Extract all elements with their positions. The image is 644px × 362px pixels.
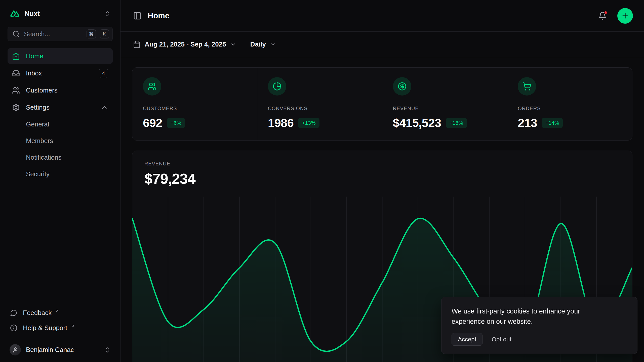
- calendar-icon: [133, 41, 141, 48]
- kbd-k: K: [100, 29, 109, 38]
- stat-label: ORDERS: [518, 106, 622, 111]
- sidebar-item-customers[interactable]: Customers: [8, 82, 113, 98]
- page-title: Home: [148, 11, 592, 20]
- sidebar-subitem-members[interactable]: Members: [8, 133, 113, 148]
- date-range-label: Aug 21, 2025 - Sep 4, 2025: [145, 40, 226, 48]
- chevron-up-icon: [100, 104, 108, 111]
- external-link-icon: [55, 309, 59, 313]
- feedback-link[interactable]: Feedback: [8, 305, 113, 320]
- notifications-button[interactable]: [598, 12, 607, 20]
- users-icon: [143, 77, 161, 96]
- gear-icon: [12, 104, 20, 111]
- help-support-label: Help & Support: [23, 324, 67, 332]
- stat-value: 692: [143, 116, 162, 130]
- add-button[interactable]: [617, 8, 633, 24]
- revenue-chart-value: $79,234: [144, 170, 620, 187]
- stat-revenue[interactable]: REVENUE $415,523 +18%: [382, 68, 507, 140]
- workspace-name: Nuxt: [25, 10, 100, 18]
- feedback-label: Feedback: [23, 309, 52, 317]
- chevron-down-icon: [270, 41, 276, 48]
- stat-value: 1986: [268, 116, 294, 130]
- stat-label: CONVERSIONS: [268, 106, 372, 111]
- stats-cards: CUSTOMERS 692 +6% CONVERSIONS 1986 +13%: [132, 67, 632, 141]
- dollar-circle-icon: [393, 77, 411, 96]
- stat-customers[interactable]: CUSTOMERS 692 +6%: [132, 68, 257, 140]
- panel-left-icon: [133, 12, 142, 20]
- sidebar-subitem-label: Security: [26, 170, 50, 178]
- notification-dot: [604, 11, 608, 15]
- sidebar-nav: Home Inbox 4 Customers Settings General …: [8, 48, 113, 182]
- page-header: Home: [120, 0, 644, 32]
- search-icon: [12, 30, 20, 38]
- user-name: Benjamin Canac: [26, 346, 99, 354]
- sidebar-subitem-security[interactable]: Security: [8, 166, 113, 182]
- accept-cookies-button[interactable]: Accept: [452, 333, 482, 346]
- info-circle-icon: [10, 324, 17, 332]
- sidebar-spacer: [8, 182, 113, 305]
- sidebar-item-inbox[interactable]: Inbox 4: [8, 65, 113, 81]
- cookie-consent-toast: We use first-party cookies to enhance yo…: [441, 297, 637, 354]
- stat-value: 213: [518, 116, 537, 130]
- chevrons-up-down-icon[interactable]: [104, 11, 111, 17]
- stat-value: $415,523: [393, 116, 441, 130]
- home-icon: [12, 52, 20, 60]
- cookie-message: We use first-party cookies to enhance yo…: [452, 306, 613, 327]
- stat-delta-badge: +13%: [298, 118, 319, 128]
- sidebar-item-label: Home: [26, 52, 43, 60]
- revenue-chart-label: REVENUE: [144, 161, 620, 167]
- kbd-cmd: ⌘: [87, 29, 96, 38]
- sidebar-subitem-general[interactable]: General: [8, 117, 113, 132]
- search-input[interactable]: [24, 30, 83, 38]
- search-box[interactable]: ⌘ K: [8, 27, 113, 41]
- chevrons-up-down-icon: [104, 347, 111, 353]
- sidebar-item-home[interactable]: Home: [8, 48, 113, 64]
- stat-orders[interactable]: ORDERS 213 +14%: [507, 68, 632, 140]
- sidebar-subitem-label: Members: [26, 137, 53, 145]
- user-menu[interactable]: Benjamin Canac: [0, 339, 120, 358]
- period-label: Daily: [250, 40, 266, 48]
- plus-icon: [621, 12, 629, 20]
- sidebar-item-label: Settings: [26, 104, 50, 111]
- stat-label: CUSTOMERS: [143, 106, 247, 111]
- sidebar-toggle-button[interactable]: [133, 12, 142, 20]
- stat-conversions[interactable]: CONVERSIONS 1986 +13%: [257, 68, 382, 140]
- users-icon: [12, 86, 20, 94]
- user-icon: [12, 347, 18, 353]
- inbox-icon: [12, 69, 20, 77]
- optout-cookies-button[interactable]: Opt out: [492, 336, 511, 343]
- chevron-down-icon: [230, 41, 236, 48]
- stat-delta-badge: +18%: [446, 118, 467, 128]
- inbox-count-badge: 4: [99, 69, 108, 78]
- sidebar-item-label: Inbox: [26, 69, 42, 77]
- period-select[interactable]: Daily: [250, 40, 276, 48]
- pie-chart-icon: [268, 77, 286, 96]
- sidebar-subitem-label: General: [26, 120, 49, 128]
- filter-toolbar: Aug 21, 2025 - Sep 4, 2025 Daily: [120, 32, 644, 57]
- nuxt-logo-icon: [10, 9, 20, 19]
- sidebar-subitem-notifications[interactable]: Notifications: [8, 150, 113, 165]
- sidebar-item-settings[interactable]: Settings: [8, 100, 113, 115]
- stat-delta-badge: +6%: [167, 118, 185, 128]
- workspace-switcher[interactable]: Nuxt: [8, 8, 113, 20]
- external-link-icon: [71, 324, 75, 328]
- sidebar-subitem-label: Notifications: [26, 154, 62, 161]
- avatar: [10, 344, 21, 355]
- stat-delta-badge: +14%: [542, 118, 563, 128]
- stat-label: REVENUE: [393, 106, 497, 111]
- date-range-picker[interactable]: Aug 21, 2025 - Sep 4, 2025: [133, 40, 236, 48]
- sidebar-item-label: Customers: [26, 86, 58, 94]
- help-support-link[interactable]: Help & Support: [8, 320, 113, 335]
- sidebar: Nuxt ⌘ K Home Inbox 4 Customers Settings: [0, 0, 120, 362]
- message-bubble-icon: [10, 309, 17, 316]
- shopping-cart-icon: [518, 77, 536, 96]
